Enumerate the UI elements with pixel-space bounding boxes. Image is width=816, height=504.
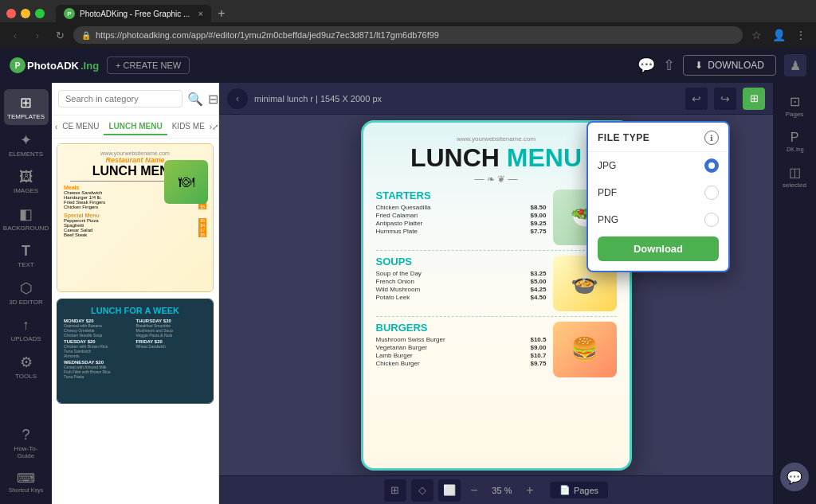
sidebar-item-images[interactable]: 🖼 IMAGES	[4, 164, 49, 199]
templates-grid: www.yourwebsitename.com Restaurant Name …	[52, 139, 218, 504]
canvas-action-green[interactable]: ⊞	[743, 88, 765, 110]
zoom-minus-button[interactable]: −	[465, 482, 483, 499]
window-control-red[interactable]	[6, 9, 16, 18]
canvas-nav-prev[interactable]: ‹	[227, 88, 248, 109]
download-action-button[interactable]: Download	[598, 236, 719, 261]
thumb-item4: Chicken Fingers$5	[64, 205, 206, 209]
thumb-sp4: Beef Steak$5	[64, 232, 206, 237]
sidebar-item-shortcut-keys[interactable]: ⌨ Shortcut Keys	[4, 466, 49, 498]
burger-item-2: Vegetarian Burger$9.00	[376, 344, 547, 351]
pages-icon: 📄	[559, 485, 571, 495]
sidebar-item-templates[interactable]: ⊞ TEMPLATES	[4, 89, 49, 125]
pdf-radio[interactable]	[704, 186, 719, 200]
file-type-png[interactable]: PNG	[588, 206, 728, 233]
jpg-radio[interactable]	[704, 158, 719, 173]
tools-icon: ⚙	[20, 354, 33, 371]
grid-view-button[interactable]: ⊟	[208, 89, 218, 108]
search-input[interactable]	[58, 90, 182, 107]
expand-panel-button[interactable]: ⤢	[212, 115, 218, 138]
logo-text: PhotoADK	[27, 60, 79, 72]
right-sidebar: ⊡ Pages P .DK.Ing ◫ selected 💬	[773, 83, 816, 504]
shortcut-keys-icon: ⌨	[17, 471, 35, 486]
download-icon: ⬇	[695, 60, 703, 71]
sidebar-item-3d-editor[interactable]: ⬡ 3D EDITOR	[4, 275, 49, 311]
extensions-icon[interactable]: ⋮	[792, 26, 810, 44]
png-label: PNG	[598, 214, 704, 225]
jpg-label: JPG	[598, 160, 704, 171]
download-label: DOWNLOAD	[708, 60, 764, 71]
search-button[interactable]: 🔍	[187, 89, 203, 108]
sidebar-item-text[interactable]: T TEXT	[4, 238, 49, 273]
how-to-guide-label: How-To-Guide	[7, 445, 45, 459]
logo: P PhotoADK.Ing	[10, 57, 99, 73]
window-control-green[interactable]	[35, 9, 45, 18]
bookmark-icon[interactable]: ☆	[747, 26, 765, 44]
thumb-special: Special Menu	[64, 213, 206, 218]
templates-label: TEMPLATES	[7, 113, 45, 120]
screen-tool-button[interactable]: ⬜	[438, 479, 461, 502]
canvas-bottom-toolbar: ⊞ ◇ ⬜ − 35 % + 📄 Pages	[219, 475, 773, 504]
sidebar-item-background[interactable]: ◧ BACKGROUND	[4, 201, 49, 236]
starter-item-4: Hummus Plate$7.75	[376, 228, 547, 235]
3d-editor-icon: ⬡	[20, 279, 33, 297]
3d-editor-label: 3D EDITOR	[9, 299, 43, 306]
pages-button[interactable]: 📄 Pages	[550, 482, 608, 498]
address-bar[interactable]: 🔒 https://photoadking.com/app/#/editor/1…	[73, 26, 743, 44]
right-item-brand[interactable]: P .DK.Ing	[776, 126, 813, 157]
menu-ornament: — ❧ ❦ —	[376, 174, 617, 185]
template-item-lunch-week[interactable]: LUNCH FOR A WEEK MONDAY $20 Oatmeal with…	[57, 299, 214, 404]
elements-label: ELEMENTS	[9, 150, 43, 158]
right-item-pages[interactable]: ⊡ Pages	[776, 89, 813, 123]
thumb-thursday-items: Breakfast SmoothieMushroom and SoupVeggi…	[136, 323, 207, 338]
uploads-icon: ↑	[22, 317, 29, 334]
undo-button[interactable]: ↩	[685, 88, 708, 110]
profile-icon[interactable]: 👤	[770, 26, 787, 44]
chat-icon[interactable]: 💬	[638, 57, 655, 74]
soup-item-1: Soup of the Day$3.25	[376, 270, 547, 277]
document-info: minimal lunch r | 1545 X 2000 px	[254, 94, 382, 104]
grid-tool-button[interactable]: ⊞	[384, 479, 406, 502]
share-icon[interactable]: ⇧	[663, 57, 675, 74]
tab-ce-menu[interactable]: CE MENU	[57, 119, 104, 135]
templates-panel: 🔍 ⊟ ‹ CE MENU LUNCH MENU KIDS ME › ⤢ www…	[52, 83, 219, 504]
tab-kids-menu[interactable]: KIDS ME	[167, 119, 210, 135]
sidebar-item-elements[interactable]: ✦ ELEMENTS	[4, 127, 49, 162]
popup-info-button[interactable]: ℹ	[704, 131, 719, 145]
redo-button[interactable]: ↪	[714, 88, 736, 110]
right-item-selected[interactable]: ◫ selected	[776, 160, 813, 193]
tools-label: TOOLS	[15, 373, 37, 380]
starter-item-2: Fried Calamari$9.00	[376, 212, 547, 219]
file-type-pdf[interactable]: PDF	[588, 179, 728, 206]
sidebar-item-tools[interactable]: ⚙ TOOLS	[4, 349, 49, 385]
chat-fab-button[interactable]: 💬	[780, 463, 809, 491]
shortcut-keys-label: Shortcut Keys	[9, 487, 44, 493]
browser-tab-active[interactable]: P PhotoADKing - Free Graphic ... ×	[56, 5, 211, 22]
tab-lunch-menu[interactable]: LUNCH MENU	[104, 119, 167, 135]
forward-button[interactable]: ›	[29, 26, 46, 44]
chess-icon[interactable]: ♟	[784, 54, 806, 76]
crop-tool-button[interactable]: ◇	[411, 479, 434, 502]
template-item-lunch-classic[interactable]: www.yourwebsitename.com Restaurant Name …	[57, 143, 214, 292]
download-popup: FILE TYPE ℹ JPG PDF PNG	[586, 121, 730, 272]
images-icon: 🖼	[19, 169, 33, 186]
download-header-button[interactable]: ⬇ DOWNLOAD	[683, 55, 776, 76]
refresh-button[interactable]: ↻	[51, 26, 69, 44]
sidebar-item-how-to-guide[interactable]: ? How-To-Guide	[4, 422, 49, 464]
new-tab-button[interactable]: +	[213, 5, 230, 22]
png-radio[interactable]	[704, 213, 719, 227]
create-new-button[interactable]: + CREATE NEW	[107, 57, 190, 74]
tab-favicon: P	[64, 8, 75, 19]
canvas-viewport[interactable]: www.yourwebsitename.com LUNCH MENU — ❧ ❦…	[219, 115, 773, 475]
tab-close-icon[interactable]: ×	[198, 9, 202, 18]
canvas-area: ‹ minimal lunch r | 1545 X 2000 px ↩ ↪ ⊞…	[219, 83, 773, 504]
background-icon: ◧	[19, 205, 33, 223]
burger-item-3: Lamb Burger$10.7	[376, 352, 547, 359]
thumb-friday-items: Wheat Sandwich	[136, 344, 207, 349]
images-label: IMAGES	[14, 187, 38, 194]
window-control-yellow[interactable]	[21, 9, 30, 18]
zoom-plus-button[interactable]: +	[521, 482, 539, 499]
thumb-monday-items: Oatmeal with BananaCheesy OmeletteChicke…	[64, 323, 135, 338]
sidebar-item-uploads[interactable]: ↑ UPLOADS	[4, 312, 49, 347]
file-type-jpg[interactable]: JPG	[588, 152, 728, 179]
back-button[interactable]: ‹	[6, 26, 24, 44]
